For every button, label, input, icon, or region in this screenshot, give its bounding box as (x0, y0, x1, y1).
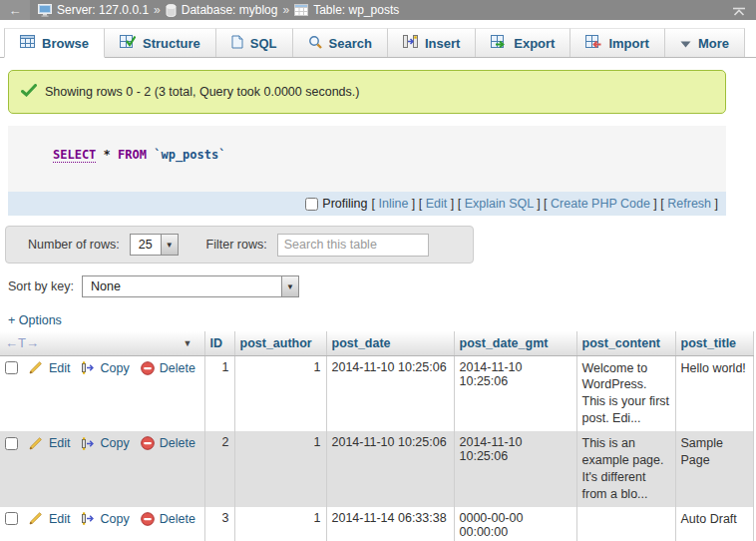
results-table: ←T→ ▼ ID post_author post_date post_date… (0, 331, 754, 541)
copy-icon[interactable] (82, 437, 96, 450)
insert-icon (403, 35, 418, 51)
tab-label: Browse (42, 36, 89, 51)
profiling-checkbox[interactable] (305, 198, 318, 211)
edit-link[interactable]: Edit (49, 361, 71, 375)
delete-icon[interactable] (141, 512, 155, 526)
bracket: [ (657, 197, 667, 211)
tab-label: Search (329, 36, 372, 51)
copy-link[interactable]: Copy (101, 361, 130, 375)
tab-label: Insert (425, 36, 460, 51)
edit-link[interactable]: Edit (49, 436, 71, 450)
cell-post-date: 2014-11-14 06:33:38 (326, 507, 454, 541)
copy-icon[interactable] (82, 512, 96, 525)
delete-icon[interactable] (141, 361, 155, 375)
status-text: Showing rows 0 - 2 (3 total, Query took … (45, 85, 359, 99)
delete-link[interactable]: Delete (160, 512, 195, 526)
tab-label: Structure (143, 36, 200, 51)
tab-import[interactable]: Import (570, 28, 664, 57)
chevron-down-icon: ▼ (281, 276, 298, 296)
create-php-code-link[interactable]: Create PHP Code (551, 197, 650, 211)
copy-link[interactable]: Copy (101, 512, 130, 526)
tab-search[interactable]: Search (293, 28, 388, 57)
column-header-post-date-gmt[interactable]: post_date_gmt (454, 331, 576, 355)
copy-icon[interactable] (82, 361, 96, 374)
rows-per-page-select[interactable]: 25 ▼ (130, 234, 179, 256)
sort-caret-icon[interactable]: ▼ (184, 338, 192, 348)
tab-sql[interactable]: SQL (216, 28, 293, 57)
breadcrumb-item[interactable]: Database: myblog (182, 3, 278, 17)
back-arrow-button[interactable]: ← (0, 0, 30, 20)
edit-link[interactable]: Edit (426, 197, 448, 211)
column-header-post-date[interactable]: post_date (326, 331, 454, 355)
delete-link[interactable]: Delete (160, 361, 195, 375)
query-toolbar: Profiling [ Inline ] [ Edit ] [ Explain … (8, 192, 726, 216)
filter-input[interactable] (277, 234, 429, 257)
tab-insert[interactable]: Insert (388, 28, 476, 57)
tab-label: SQL (250, 36, 277, 51)
filter-label: Filter rows: (206, 238, 267, 252)
sql-keyword-from: FROM (118, 148, 147, 162)
inline-link[interactable]: Inline (378, 197, 408, 211)
profiling-toggle[interactable]: Profiling (305, 197, 367, 211)
cell-post-content: This is an example page. It's different … (576, 431, 675, 507)
column-header-post-title[interactable]: post_title (675, 331, 753, 355)
breadcrumb-item[interactable]: Server: 127.0.0.1 (57, 3, 149, 17)
status-message: Showing rows 0 - 2 (3 total, Query took … (8, 70, 726, 114)
row-checkbox[interactable] (5, 512, 18, 525)
pencil-icon[interactable] (29, 512, 44, 525)
row-checkbox[interactable] (5, 361, 18, 374)
cell-id: 2 (204, 431, 234, 507)
row-actions-cell: EditCopyDelete (0, 507, 204, 541)
sql-keyword-select[interactable]: SELECT (53, 148, 96, 163)
tab-label: Export (514, 36, 555, 51)
search-icon (308, 35, 322, 52)
column-header-post-content[interactable]: post_content (576, 331, 675, 355)
breadcrumb-separator: » (282, 3, 289, 17)
sort-row: Sort by key: None ▼ (8, 275, 756, 297)
rows-filter-bar: Number of rows: 25 ▼ Filter rows: (5, 226, 474, 264)
sql-query-text: SELECT * FROM `wp_posts` (53, 148, 716, 162)
edit-link[interactable]: Edit (49, 512, 71, 526)
cell-post-date: 2014-11-10 10:25:06 (326, 431, 454, 507)
row-checkbox[interactable] (5, 437, 18, 450)
refresh-link[interactable]: Refresh (667, 197, 711, 211)
tab-more[interactable]: More (665, 28, 745, 57)
sql-table-identifier: `wp_posts` (154, 148, 225, 162)
tab-browse[interactable]: Browse (4, 28, 105, 58)
tab-structure[interactable]: Structure (105, 28, 216, 57)
cell-post-title: Sample Page (675, 431, 753, 507)
breadcrumb-item[interactable]: Table: wp_posts (313, 3, 399, 17)
cell-post-date: 2014-11-10 10:25:06 (326, 355, 454, 431)
explain-sql-link[interactable]: Explain SQL (465, 197, 534, 211)
column-drag-marker[interactable]: ←T→ ▼ (0, 331, 204, 355)
cell-id: 1 (204, 355, 234, 431)
table-mini-icon (294, 4, 308, 16)
column-header-id[interactable]: ID (204, 331, 234, 355)
tab-bar: BrowseStructureSQLSearchInsertExportImpo… (0, 28, 756, 58)
cell-id: 3 (204, 507, 234, 541)
table-row: EditCopyDelete312014-11-14 06:33:380000-… (0, 507, 753, 541)
tab-label: Import (608, 36, 648, 51)
table-header-row: ←T→ ▼ ID post_author post_date post_date… (0, 331, 753, 355)
row-actions-cell: EditCopyDelete (0, 431, 204, 507)
pencil-icon[interactable] (29, 361, 44, 374)
copy-link[interactable]: Copy (101, 436, 130, 450)
cell-post-content (576, 507, 675, 541)
collapse-panel-icon[interactable] (732, 5, 746, 19)
caret-down-icon (680, 36, 691, 51)
pencil-icon[interactable] (29, 437, 44, 450)
bracket: ] (650, 197, 657, 211)
chevron-down-icon: ▼ (161, 235, 178, 255)
breadcrumb-separator: » (154, 3, 161, 17)
profiling-label: Profiling (322, 197, 367, 211)
column-header-post-author[interactable]: post_author (234, 331, 326, 355)
sort-key-select[interactable]: None ▼ (82, 275, 299, 297)
delete-link[interactable]: Delete (160, 436, 195, 450)
delete-icon[interactable] (141, 436, 155, 450)
check-icon (21, 84, 37, 100)
sql-query-box: SELECT * FROM `wp_posts` (8, 126, 726, 192)
tab-export[interactable]: Export (476, 28, 570, 57)
options-link[interactable]: + Options (8, 313, 78, 327)
structure-icon (120, 35, 136, 51)
cell-post-date-gmt: 0000-00-00 00:00:00 (454, 507, 576, 541)
